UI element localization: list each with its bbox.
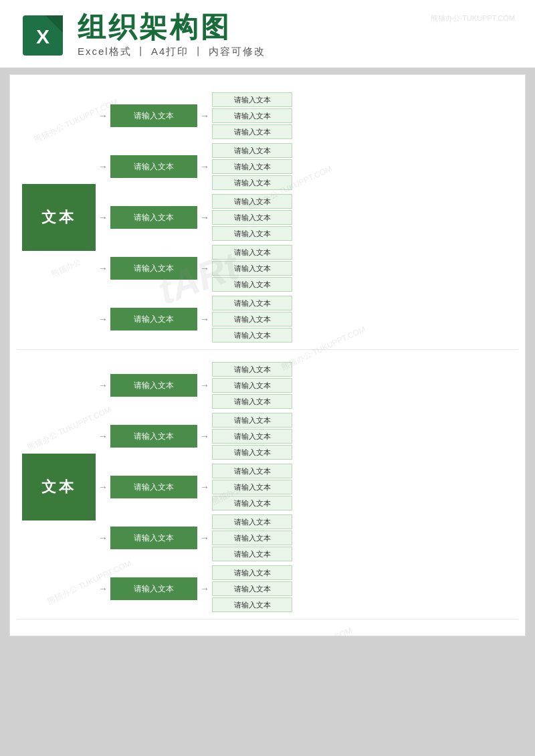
leaf-block: 请输入文本 [212,480,292,494]
leaf-block: 请输入文本 [212,547,292,561]
leaf-col: 请输入文本 请输入文本 请输入文本 [212,194,292,241]
leaf-block: 请输入文本 [212,362,292,377]
leaf-block: 请输入文本 [212,531,292,545]
branch-row: → 请输入文本 → 请输入文本 请输入文本 请输入文本 [96,92,513,139]
excel-logo: X [20,13,66,58]
mid-block: 请输入文本 [110,257,197,280]
arrow-icon: → [98,263,108,274]
leaf-block: 请输入文本 [212,394,292,409]
branch-row: → 请输入文本 → 请输入文本 请输入文本 请输入文本 [96,514,513,561]
arrow-icon: → [200,533,209,543]
leaf-block: 请输入文本 [212,581,292,596]
arrow-icon: → [98,533,108,543]
branch-row: → 请输入文本 → 请输入文本 请输入文本 请输入文本 [96,362,513,409]
mid-block: 请输入文本 [110,155,197,178]
branch-col-2: → 请输入文本 → 请输入文本 请输入文本 请输入文本 → 请输入文本 → 请输… [96,362,513,612]
leaf-block: 请输入文本 [212,496,292,510]
mid-block: 请输入文本 [110,206,197,229]
leaf-block: 请输入文本 [212,464,292,478]
arrow-icon: → [98,212,108,223]
arrow-icon: → [200,161,209,172]
leaf-block: 请输入文本 [212,597,292,612]
page-header: X 组织架构图 Excel格式 丨 A4打印 丨 内容可修改 熊猫办公·TUKU… [0,0,535,68]
mid-block: 请输入文本 [110,476,197,498]
arrow-icon: → [200,110,209,121]
leaf-block: 请输入文本 [212,296,292,310]
branch-row: → 请输入文本 → 请输入文本 请输入文本 请输入文本 [96,464,513,510]
arrow-icon: → [200,263,209,274]
arrow-icon: → [98,431,108,442]
leaf-block: 请输入文本 [212,277,292,292]
leaf-block: 请输入文本 [212,429,292,444]
root-block-1: 文本 [22,184,96,251]
leaf-block: 请输入文本 [212,175,292,190]
branch-row: → 请输入文本 → 请输入文本 请输入文本 请输入文本 [96,565,513,612]
leaf-block: 请输入文本 [212,143,292,158]
section-2: 文本 → 请输入文本 → 请输入文本 请输入文本 请输入文本 → 请输入文本 →… [17,355,518,620]
arrow-icon: → [200,380,209,391]
arrow-icon: → [98,110,108,121]
branch-row: → 请输入文本 → 请输入文本 请输入文本 请输入文本 [96,143,513,190]
leaf-block: 请输入文本 [212,226,292,241]
leaf-block: 请输入文本 [212,210,292,225]
section-1: 文本 → 请输入文本 → 请输入文本 请输入文本 请输入文本 → 请输入文本 → [17,86,518,350]
branch-row: → 请输入文本 → 请输入文本 请输入文本 请输入文本 [96,296,513,343]
leaf-block: 请输入文本 [212,245,292,260]
svg-text:X: X [36,25,49,48]
sub-title: Excel格式 丨 A4打印 丨 内容可修改 [78,45,265,58]
arrow-icon: → [98,161,108,172]
mid-block: 请输入文本 [110,577,197,600]
arrow-icon: → [98,583,108,594]
arrow-icon: → [200,212,209,223]
leaf-block: 请输入文本 [212,194,292,209]
main-title: 组织架构图 [78,12,265,43]
leaf-block: 请输入文本 [212,312,292,326]
branch-row: → 请输入文本 → 请输入文本 请输入文本 请输入文本 [96,245,513,292]
leaf-block: 请输入文本 [212,445,292,460]
arrow-icon: → [98,314,108,324]
branch-col-1: → 请输入文本 → 请输入文本 请输入文本 请输入文本 → 请输入文本 → 请输… [96,92,513,343]
arrow-icon: → [200,583,209,594]
mid-block: 请输入文本 [110,104,197,127]
leaf-col: 请输入文本 请输入文本 请输入文本 [212,296,292,343]
leaf-col: 请输入文本 请输入文本 请输入文本 [212,565,292,612]
leaf-block: 请输入文本 [212,413,292,428]
leaf-block: 请输入文本 [212,514,292,529]
leaf-block: 请输入文本 [212,378,292,393]
arrow-icon: → [200,431,209,442]
leaf-block: 请输入文本 [212,108,292,123]
leaf-col: 请输入文本 请输入文本 请输入文本 [212,464,292,510]
leaf-col: 请输入文本 请输入文本 请输入文本 [212,143,292,190]
header-watermark: 熊猫办公·TUKUPPT.COM [431,13,515,23]
root-block-2: 文本 [22,454,96,521]
branch-row: → 请输入文本 → 请输入文本 请输入文本 请输入文本 [96,413,513,460]
leaf-col: 请输入文本 请输入文本 请输入文本 [212,245,292,292]
mid-block: 请输入文本 [110,425,197,448]
leaf-block: 请输入文本 [212,124,292,139]
leaf-block: 请输入文本 [212,328,292,343]
leaf-block: 请输入文本 [212,261,292,276]
leaf-col: 请输入文本 请输入文本 请输入文本 [212,514,292,561]
header-titles: 组织架构图 Excel格式 丨 A4打印 丨 内容可修改 [78,12,265,58]
mid-block: 请输入文本 [110,374,197,397]
leaf-col: 请输入文本 请输入文本 请输入文本 [212,362,292,409]
mid-block: 请输入文本 [110,308,197,330]
leaf-block: 请输入文本 [212,92,292,107]
arrow-icon: → [200,482,209,492]
arrow-icon: → [98,482,108,492]
branch-row: → 请输入文本 → 请输入文本 请输入文本 请输入文本 [96,194,513,241]
leaf-block: 请输入文本 [212,565,292,580]
leaf-col: 请输入文本 请输入文本 请输入文本 [212,413,292,460]
mid-block: 请输入文本 [110,527,197,549]
arrow-icon: → [98,380,108,391]
leaf-col: 请输入文本 请输入文本 请输入文本 [212,92,292,139]
leaf-block: 请输入文本 [212,159,292,174]
watermark-8: 熊猫办公·TUKUPPT.COM [266,625,354,636]
org-chart-card: 文本 → 请输入文本 → 请输入文本 请输入文本 请输入文本 → 请输入文本 → [9,74,526,636]
arrow-icon: → [200,314,209,324]
